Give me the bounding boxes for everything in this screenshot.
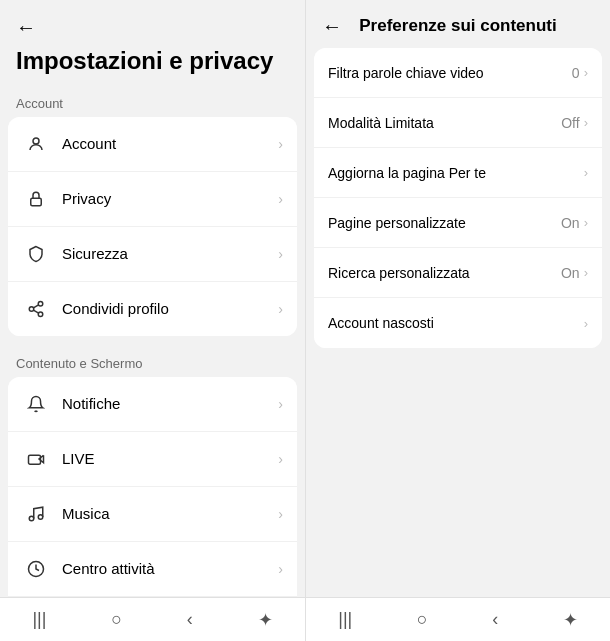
bell-icon bbox=[22, 390, 50, 418]
nav-back-icon[interactable]: ‹ bbox=[187, 609, 193, 630]
chevron-account-nascosti: › bbox=[584, 316, 588, 331]
live-icon bbox=[22, 445, 50, 473]
content-section-label: Contenuto e Schermo bbox=[0, 348, 305, 377]
person-icon bbox=[22, 130, 50, 158]
chevron-notifiche: › bbox=[278, 396, 283, 412]
right-nav-menu-icon[interactable]: ||| bbox=[338, 609, 352, 630]
chevron-centro: › bbox=[278, 561, 283, 577]
chevron-modalita: › bbox=[584, 115, 588, 130]
right-item-pagine[interactable]: Pagine personalizzate On › bbox=[314, 198, 602, 248]
right-bottom-nav: ||| ○ ‹ ✦ bbox=[306, 597, 610, 641]
lock-icon bbox=[22, 185, 50, 213]
nav-home-icon[interactable]: ○ bbox=[111, 609, 122, 630]
nav-apps-icon[interactable]: ✦ bbox=[258, 609, 273, 631]
right-item-ricerca[interactable]: Ricerca personalizzata On › bbox=[314, 248, 602, 298]
right-item-aggiorna[interactable]: Aggiorna la pagina Per te › bbox=[314, 148, 602, 198]
clock-icon bbox=[22, 555, 50, 583]
right-nav-home-icon[interactable]: ○ bbox=[417, 609, 428, 630]
sicurezza-label: Sicurezza bbox=[62, 245, 278, 262]
modalita-label: Modalità Limitata bbox=[328, 115, 561, 131]
svg-point-0 bbox=[33, 138, 39, 144]
chevron-musica: › bbox=[278, 506, 283, 522]
right-header: ← Preferenze sui contenuti bbox=[306, 0, 610, 48]
privacy-label: Privacy bbox=[62, 190, 278, 207]
right-nav-apps-icon[interactable]: ✦ bbox=[563, 609, 578, 631]
shield-icon bbox=[22, 240, 50, 268]
menu-item-musica[interactable]: Musica › bbox=[8, 487, 297, 542]
pagine-label: Pagine personalizzate bbox=[328, 215, 561, 231]
chevron-condividi: › bbox=[278, 301, 283, 317]
menu-item-account[interactable]: Account › bbox=[8, 117, 297, 172]
content-menu-card: Notifiche › LIVE › M bbox=[8, 377, 297, 597]
right-item-modalita[interactable]: Modalità Limitata Off › bbox=[314, 98, 602, 148]
aggiorna-label: Aggiorna la pagina Per te bbox=[328, 165, 584, 181]
account-label: Account bbox=[62, 135, 278, 152]
menu-item-notifiche[interactable]: Notifiche › bbox=[8, 377, 297, 432]
right-item-account-nascosti[interactable]: Account nascosti › bbox=[314, 298, 602, 348]
account-menu-card: Account › Privacy › bbox=[8, 117, 297, 336]
back-button-right[interactable]: ← bbox=[322, 15, 342, 38]
chevron-pagine: › bbox=[584, 215, 588, 230]
svg-point-2 bbox=[38, 301, 43, 306]
filtra-label: Filtra parole chiave video bbox=[328, 65, 572, 81]
centro-label: Centro attività bbox=[62, 560, 278, 577]
svg-point-3 bbox=[29, 307, 34, 312]
nav-menu-icon[interactable]: ||| bbox=[32, 609, 46, 630]
filtra-value: 0 bbox=[572, 65, 580, 81]
menu-item-privacy[interactable]: Privacy › bbox=[8, 172, 297, 227]
back-button-left[interactable]: ← bbox=[16, 16, 36, 39]
svg-line-5 bbox=[33, 310, 38, 313]
share-icon bbox=[22, 295, 50, 323]
svg-point-8 bbox=[29, 516, 34, 521]
svg-rect-1 bbox=[31, 198, 42, 206]
right-item-filtra[interactable]: Filtra parole chiave video 0 › bbox=[314, 48, 602, 98]
page-title: Impostazioni e privacy bbox=[0, 47, 305, 88]
svg-line-6 bbox=[33, 305, 38, 308]
modalita-value: Off bbox=[561, 115, 579, 131]
left-panel: ← Impostazioni e privacy Account Account… bbox=[0, 0, 305, 641]
ricerca-value: On bbox=[561, 265, 580, 281]
right-panel-title: Preferenze sui contenuti bbox=[359, 16, 556, 36]
account-section-label: Account bbox=[0, 88, 305, 117]
chevron-filtra: › bbox=[584, 65, 588, 80]
account-nascosti-label: Account nascosti bbox=[328, 315, 584, 331]
chevron-account: › bbox=[278, 136, 283, 152]
right-panel: ← Preferenze sui contenuti Filtra parole… bbox=[305, 0, 610, 641]
menu-item-centro[interactable]: Centro attività › bbox=[8, 542, 297, 597]
chevron-privacy: › bbox=[278, 191, 283, 207]
live-label: LIVE bbox=[62, 450, 278, 467]
right-menu-card: Filtra parole chiave video 0 › Modalità … bbox=[314, 48, 602, 348]
ricerca-label: Ricerca personalizzata bbox=[328, 265, 561, 281]
notifiche-label: Notifiche bbox=[62, 395, 278, 412]
left-content: Account Account › Privacy bbox=[0, 88, 305, 597]
chevron-live: › bbox=[278, 451, 283, 467]
pagine-value: On bbox=[561, 215, 580, 231]
chevron-ricerca: › bbox=[584, 265, 588, 280]
svg-point-9 bbox=[38, 515, 43, 520]
right-nav-back-icon[interactable]: ‹ bbox=[492, 609, 498, 630]
menu-item-sicurezza[interactable]: Sicurezza › bbox=[8, 227, 297, 282]
condividi-label: Condividi profilo bbox=[62, 300, 278, 317]
svg-point-4 bbox=[38, 312, 43, 317]
menu-item-condividi[interactable]: Condividi profilo › bbox=[8, 282, 297, 336]
left-header: ← bbox=[0, 0, 305, 47]
svg-rect-7 bbox=[29, 455, 41, 464]
chevron-aggiorna: › bbox=[584, 165, 588, 180]
musica-label: Musica bbox=[62, 505, 278, 522]
chevron-sicurezza: › bbox=[278, 246, 283, 262]
music-icon bbox=[22, 500, 50, 528]
left-bottom-nav: ||| ○ ‹ ✦ bbox=[0, 597, 305, 641]
menu-item-live[interactable]: LIVE › bbox=[8, 432, 297, 487]
